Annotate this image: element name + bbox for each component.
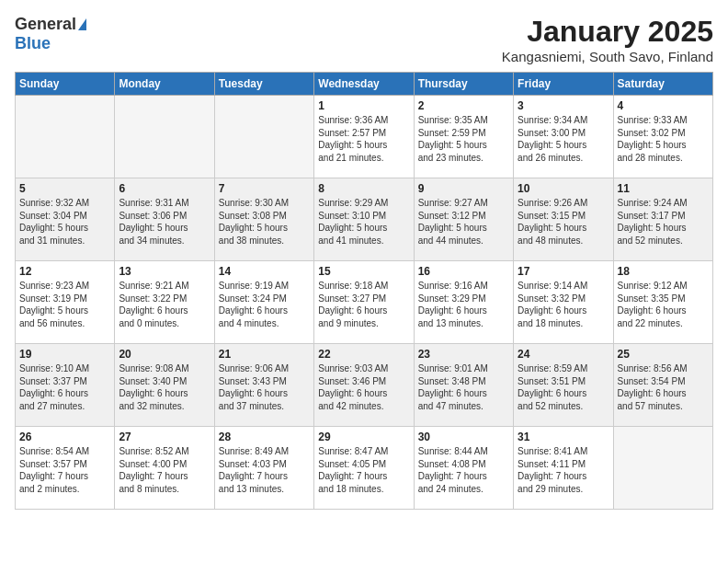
cell-content: Sunrise: 8:49 AM Sunset: 4:03 PM Dayligh… bbox=[219, 445, 310, 495]
cell-content: Sunrise: 9:06 AM Sunset: 3:43 PM Dayligh… bbox=[219, 362, 310, 412]
day-number: 24 bbox=[518, 348, 609, 361]
weekday-header-wednesday: Wednesday bbox=[314, 73, 414, 96]
calendar-week-2: 5Sunrise: 9:32 AM Sunset: 3:04 PM Daylig… bbox=[16, 178, 713, 261]
day-number: 5 bbox=[19, 182, 110, 195]
day-number: 11 bbox=[618, 182, 709, 195]
calendar-week-4: 19Sunrise: 9:10 AM Sunset: 3:37 PM Dayli… bbox=[16, 344, 713, 427]
day-number: 18 bbox=[618, 265, 709, 278]
calendar-cell: 22Sunrise: 9:03 AM Sunset: 3:46 PM Dayli… bbox=[314, 344, 414, 427]
calendar-cell: 14Sunrise: 9:19 AM Sunset: 3:24 PM Dayli… bbox=[214, 261, 313, 344]
cell-content: Sunrise: 8:52 AM Sunset: 4:00 PM Dayligh… bbox=[119, 445, 210, 495]
cell-content: Sunrise: 8:44 AM Sunset: 4:08 PM Dayligh… bbox=[418, 445, 509, 495]
cell-content: Sunrise: 9:23 AM Sunset: 3:19 PM Dayligh… bbox=[19, 280, 110, 329]
calendar-cell: 23Sunrise: 9:01 AM Sunset: 3:48 PM Dayli… bbox=[414, 344, 513, 427]
cell-content: Sunrise: 9:31 AM Sunset: 3:06 PM Dayligh… bbox=[119, 197, 210, 247]
day-number: 29 bbox=[318, 431, 409, 443]
day-number: 27 bbox=[119, 431, 210, 443]
cell-content: Sunrise: 9:24 AM Sunset: 3:17 PM Dayligh… bbox=[618, 197, 709, 247]
cell-content: Sunrise: 8:56 AM Sunset: 3:54 PM Dayligh… bbox=[618, 362, 709, 412]
calendar-cell: 4Sunrise: 9:33 AM Sunset: 3:02 PM Daylig… bbox=[613, 96, 712, 178]
calendar-cell: 24Sunrise: 8:59 AM Sunset: 3:51 PM Dayli… bbox=[514, 344, 613, 427]
weekday-header-sunday: Sunday bbox=[16, 73, 115, 96]
calendar-cell: 6Sunrise: 9:31 AM Sunset: 3:06 PM Daylig… bbox=[115, 178, 214, 261]
calendar-cell: 29Sunrise: 8:47 AM Sunset: 4:05 PM Dayli… bbox=[314, 427, 414, 510]
cell-content: Sunrise: 9:08 AM Sunset: 3:40 PM Dayligh… bbox=[119, 362, 210, 412]
day-number: 21 bbox=[219, 348, 310, 361]
day-number: 2 bbox=[418, 99, 509, 112]
cell-content: Sunrise: 8:54 AM Sunset: 3:57 PM Dayligh… bbox=[19, 445, 110, 495]
calendar-title: January 2025 bbox=[502, 15, 713, 49]
logo-blue-text: Blue bbox=[15, 34, 51, 52]
calendar-cell: 8Sunrise: 9:29 AM Sunset: 3:10 PM Daylig… bbox=[314, 178, 414, 261]
cell-content: Sunrise: 9:21 AM Sunset: 3:22 PM Dayligh… bbox=[119, 280, 210, 329]
day-number: 25 bbox=[618, 348, 709, 361]
calendar-cell: 30Sunrise: 8:44 AM Sunset: 4:08 PM Dayli… bbox=[414, 427, 513, 510]
calendar-cell bbox=[16, 96, 115, 178]
cell-content: Sunrise: 9:27 AM Sunset: 3:12 PM Dayligh… bbox=[418, 197, 509, 247]
calendar-cell: 17Sunrise: 9:14 AM Sunset: 3:32 PM Dayli… bbox=[514, 261, 613, 344]
calendar-cell: 12Sunrise: 9:23 AM Sunset: 3:19 PM Dayli… bbox=[16, 261, 115, 344]
calendar-cell: 21Sunrise: 9:06 AM Sunset: 3:43 PM Dayli… bbox=[214, 344, 313, 427]
day-number: 19 bbox=[19, 348, 110, 361]
weekday-header-monday: Monday bbox=[115, 73, 214, 96]
calendar-cell: 3Sunrise: 9:34 AM Sunset: 3:00 PM Daylig… bbox=[514, 96, 613, 178]
day-number: 20 bbox=[119, 348, 210, 361]
calendar-cell: 26Sunrise: 8:54 AM Sunset: 3:57 PM Dayli… bbox=[16, 427, 115, 510]
cell-content: Sunrise: 8:41 AM Sunset: 4:11 PM Dayligh… bbox=[518, 445, 609, 495]
day-number: 3 bbox=[518, 99, 609, 112]
weekday-header-tuesday: Tuesday bbox=[214, 73, 313, 96]
cell-content: Sunrise: 9:18 AM Sunset: 3:27 PM Dayligh… bbox=[318, 280, 409, 329]
cell-content: Sunrise: 9:30 AM Sunset: 3:08 PM Dayligh… bbox=[219, 197, 310, 247]
cell-content: Sunrise: 9:32 AM Sunset: 3:04 PM Dayligh… bbox=[19, 197, 110, 247]
day-number: 1 bbox=[318, 99, 409, 112]
day-number: 30 bbox=[418, 431, 509, 443]
weekday-header-thursday: Thursday bbox=[414, 73, 513, 96]
calendar-header: SundayMondayTuesdayWednesdayThursdayFrid… bbox=[16, 73, 713, 96]
day-number: 22 bbox=[318, 348, 409, 361]
cell-content: Sunrise: 9:10 AM Sunset: 3:37 PM Dayligh… bbox=[19, 362, 110, 412]
cell-content: Sunrise: 9:12 AM Sunset: 3:35 PM Dayligh… bbox=[618, 280, 709, 329]
cell-content: Sunrise: 9:36 AM Sunset: 2:57 PM Dayligh… bbox=[318, 114, 409, 164]
cell-content: Sunrise: 9:16 AM Sunset: 3:29 PM Dayligh… bbox=[418, 280, 509, 329]
calendar-week-5: 26Sunrise: 8:54 AM Sunset: 3:57 PM Dayli… bbox=[16, 427, 713, 510]
calendar-cell: 7Sunrise: 9:30 AM Sunset: 3:08 PM Daylig… bbox=[214, 178, 313, 261]
cell-content: Sunrise: 9:33 AM Sunset: 3:02 PM Dayligh… bbox=[618, 114, 709, 164]
calendar-cell: 20Sunrise: 9:08 AM Sunset: 3:40 PM Dayli… bbox=[115, 344, 214, 427]
day-number: 14 bbox=[219, 265, 310, 278]
calendar-cell: 9Sunrise: 9:27 AM Sunset: 3:12 PM Daylig… bbox=[414, 178, 513, 261]
calendar-subtitle: Kangasniemi, South Savo, Finland bbox=[502, 49, 713, 64]
page-header: General Blue January 2025 Kangasniemi, S… bbox=[15, 15, 713, 64]
logo-triangle-icon bbox=[78, 18, 86, 30]
day-number: 6 bbox=[119, 182, 210, 195]
calendar-cell: 16Sunrise: 9:16 AM Sunset: 3:29 PM Dayli… bbox=[414, 261, 513, 344]
day-number: 13 bbox=[119, 265, 210, 278]
calendar-table: SundayMondayTuesdayWednesdayThursdayFrid… bbox=[15, 72, 713, 510]
calendar-cell: 10Sunrise: 9:26 AM Sunset: 3:15 PM Dayli… bbox=[514, 178, 613, 261]
calendar-cell: 25Sunrise: 8:56 AM Sunset: 3:54 PM Dayli… bbox=[613, 344, 712, 427]
day-number: 8 bbox=[318, 182, 409, 195]
cell-content: Sunrise: 9:34 AM Sunset: 3:00 PM Dayligh… bbox=[518, 114, 609, 164]
calendar-cell: 15Sunrise: 9:18 AM Sunset: 3:27 PM Dayli… bbox=[314, 261, 414, 344]
calendar-week-1: 1Sunrise: 9:36 AM Sunset: 2:57 PM Daylig… bbox=[16, 96, 713, 178]
day-number: 17 bbox=[518, 265, 609, 278]
calendar-cell: 13Sunrise: 9:21 AM Sunset: 3:22 PM Dayli… bbox=[115, 261, 214, 344]
calendar-cell bbox=[214, 96, 313, 178]
day-number: 26 bbox=[19, 431, 110, 443]
cell-content: Sunrise: 8:59 AM Sunset: 3:51 PM Dayligh… bbox=[518, 362, 609, 412]
cell-content: Sunrise: 9:01 AM Sunset: 3:48 PM Dayligh… bbox=[418, 362, 509, 412]
day-number: 4 bbox=[618, 99, 709, 112]
calendar-week-3: 12Sunrise: 9:23 AM Sunset: 3:19 PM Dayli… bbox=[16, 261, 713, 344]
calendar-cell bbox=[115, 96, 214, 178]
cell-content: Sunrise: 8:47 AM Sunset: 4:05 PM Dayligh… bbox=[318, 445, 409, 495]
calendar-cell: 1Sunrise: 9:36 AM Sunset: 2:57 PM Daylig… bbox=[314, 96, 414, 178]
day-number: 16 bbox=[418, 265, 509, 278]
day-number: 23 bbox=[418, 348, 509, 361]
day-number: 28 bbox=[219, 431, 310, 443]
cell-content: Sunrise: 9:19 AM Sunset: 3:24 PM Dayligh… bbox=[219, 280, 310, 329]
cell-content: Sunrise: 9:26 AM Sunset: 3:15 PM Dayligh… bbox=[518, 197, 609, 247]
weekday-header-friday: Friday bbox=[514, 73, 613, 96]
cell-content: Sunrise: 9:35 AM Sunset: 2:59 PM Dayligh… bbox=[418, 114, 509, 164]
cell-content: Sunrise: 9:14 AM Sunset: 3:32 PM Dayligh… bbox=[518, 280, 609, 329]
cell-content: Sunrise: 9:03 AM Sunset: 3:46 PM Dayligh… bbox=[318, 362, 409, 412]
calendar-cell: 11Sunrise: 9:24 AM Sunset: 3:17 PM Dayli… bbox=[613, 178, 712, 261]
